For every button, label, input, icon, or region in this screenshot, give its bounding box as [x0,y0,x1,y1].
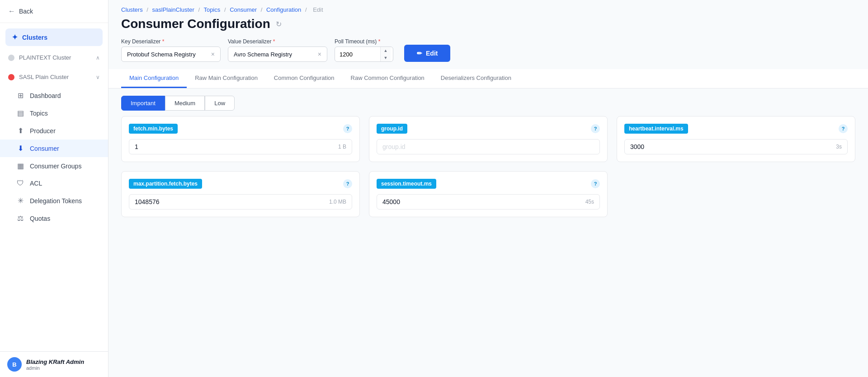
key-deserializer-select[interactable]: Protobuf Schema Registry × [121,47,221,62]
poll-timeout-spinners: ▲ ▼ [380,47,391,61]
sasl-cluster-chevron: ∨ [96,74,100,80]
clusters-icon: ✦ [12,33,18,42]
config-value-max-partition-fetch-bytes: 1048576 [135,198,160,205]
breadcrumb-cluster-name[interactable]: saslPlainCluster [152,6,194,13]
config-value-row-fetch-min-bytes: 1 1 B [129,139,352,154]
priority-bar: Important Medium Low [108,88,868,116]
tab-main-configuration[interactable]: Main Configuration [121,69,187,88]
config-card-group-id-header: group.id ? [377,124,600,134]
user-name: Blazing KRaft Admin [26,358,84,365]
clusters-nav-button[interactable]: ✦ Clusters [5,28,103,46]
plaintext-cluster-header[interactable]: PLAINTEXT Cluster ∧ [0,50,108,65]
acl-icon: 🛡 [16,179,24,187]
sidebar-item-acl-label: ACL [30,180,42,187]
help-icon-group-id[interactable]: ? [591,124,600,133]
value-deserializer-field: Value Deserializer * Avro Schema Registr… [228,38,327,62]
sidebar-item-consumer-label: Consumer [30,145,59,152]
sidebar-item-delegation-tokens-label: Delegation Tokens [30,197,82,205]
config-card-fetch-min-bytes: fetch.min.bytes ? 1 1 B [121,116,360,162]
key-deserializer-value: Protobuf Schema Registry [127,51,196,58]
user-avatar: B [7,357,22,372]
tab-raw-common-configuration[interactable]: Raw Common Configuration [343,69,433,88]
config-unit-max-partition-fetch-bytes: 1.0 MB [329,199,346,205]
sidebar-item-topics-label: Topics [30,110,48,117]
breadcrumb-sep-5: / [305,6,307,13]
help-icon-fetch-min-bytes[interactable]: ? [343,124,352,133]
sidebar-item-topics[interactable]: ▤ Topics [0,104,108,122]
config-tag-fetch-min-bytes: fetch.min.bytes [129,124,178,134]
config-unit-heartbeat-interval-ms: 3s [836,144,842,150]
config-bar: Key Deserializer * Protobuf Schema Regis… [108,38,868,69]
sasl-cluster-dot [8,74,14,80]
poll-timeout-input-wrapper: ▲ ▼ [335,47,393,62]
config-tag-max-partition-fetch-bytes: max.partition.fetch.bytes [129,179,202,189]
help-icon-heartbeat-interval-ms[interactable]: ? [839,124,848,133]
sidebar-item-quotas-label: Quotas [30,215,50,222]
config-unit-fetch-min-bytes: 1 B [338,144,346,150]
edit-button[interactable]: ✏ Edit [404,45,450,62]
refresh-icon[interactable]: ↻ [276,20,282,28]
help-icon-max-partition-fetch-bytes[interactable]: ? [343,179,352,188]
config-value-row-group-id: group.id [377,139,600,154]
back-arrow-icon: ← [8,7,15,15]
sidebar-item-quotas[interactable]: ⚖ Quotas [0,209,108,227]
poll-timeout-input[interactable] [335,47,380,61]
sidebar-item-consumer-groups[interactable]: ▦ Consumer Groups [0,157,108,175]
sidebar-item-consumer[interactable]: ⬇ Consumer [0,140,108,157]
poll-timeout-required: * [378,38,381,45]
producer-icon: ⬆ [16,126,24,135]
plaintext-cluster-group: PLAINTEXT Cluster ∧ [0,50,108,65]
config-card-session-timeout-ms-header: session.timeout.ms ? [377,179,600,189]
config-card-session-timeout-ms: session.timeout.ms ? 45000 45s [369,171,608,217]
breadcrumb-consumer[interactable]: Consumer [230,6,257,13]
config-tag-session-timeout-ms: session.timeout.ms [377,179,436,189]
sidebar-bottom: B Blazing KRaft Admin admin [0,351,108,377]
nav-items: ⊞ Dashboard ▤ Topics ⬆ Producer ⬇ Consum… [0,85,108,229]
topics-icon: ▤ [16,109,24,117]
dashboard-icon: ⊞ [16,91,24,100]
help-icon-session-timeout-ms[interactable]: ? [591,179,600,188]
breadcrumb-sep-4: / [261,6,263,13]
clusters-label: Clusters [22,34,47,41]
breadcrumb-clusters[interactable]: Clusters [121,6,143,13]
tabs-bar: Main Configuration Raw Main Configuratio… [108,69,868,88]
plaintext-cluster-chevron: ∧ [96,55,100,61]
sasl-cluster-name: SASL Plain Cluster [19,74,69,80]
config-value-fetch-min-bytes: 1 [135,143,138,150]
edit-button-label: Edit [426,50,438,57]
sasl-cluster-header[interactable]: SASL Plain Cluster ∨ [0,69,108,85]
breadcrumb-sep-1: / [146,6,148,13]
tab-raw-main-configuration[interactable]: Raw Main Configuration [187,69,266,88]
sidebar-item-dashboard-label: Dashboard [30,92,61,99]
breadcrumb-configuration[interactable]: Configuration [266,6,301,13]
priority-low-button[interactable]: Low [205,96,235,111]
poll-timeout-increment[interactable]: ▲ [381,47,391,54]
back-button[interactable]: ← Back [0,0,108,23]
key-deserializer-clear[interactable]: × [211,51,215,58]
key-deserializer-label: Key Deserializer * [121,38,221,45]
config-value-session-timeout-ms: 45000 [382,198,400,205]
config-card-heartbeat-interval-ms-header: heartbeat.interval.ms ? [624,124,848,134]
sidebar-item-acl[interactable]: 🛡 ACL [0,175,108,192]
delegation-tokens-icon: ✳ [16,196,24,205]
config-card-group-id: group.id ? group.id [369,116,608,162]
priority-medium-button[interactable]: Medium [165,96,205,111]
value-deserializer-label: Value Deserializer * [228,38,327,45]
config-grid: fetch.min.bytes ? 1 1 B group.id ? group… [108,116,868,217]
tab-deserializers-configuration[interactable]: Deserializers Configuration [433,69,519,88]
priority-important-button[interactable]: Important [121,96,165,111]
sidebar-item-delegation-tokens[interactable]: ✳ Delegation Tokens [0,192,108,209]
config-value-heartbeat-interval-ms: 3000 [630,143,644,150]
value-deserializer-select[interactable]: Avro Schema Registry × [228,47,327,62]
sidebar-item-producer[interactable]: ⬆ Producer [0,122,108,140]
sidebar-item-dashboard[interactable]: ⊞ Dashboard [0,87,108,104]
config-value-row-session-timeout-ms: 45000 45s [377,194,600,209]
config-unit-session-timeout-ms: 45s [585,199,594,205]
config-tag-group-id: group.id [377,124,407,134]
tab-common-configuration[interactable]: Common Configuration [266,69,343,88]
sidebar-item-consumer-groups-label: Consumer Groups [30,163,81,170]
consumer-icon: ⬇ [16,144,24,153]
poll-timeout-decrement[interactable]: ▼ [381,54,391,61]
breadcrumb-topics[interactable]: Topics [203,6,220,13]
value-deserializer-clear[interactable]: × [318,51,321,58]
